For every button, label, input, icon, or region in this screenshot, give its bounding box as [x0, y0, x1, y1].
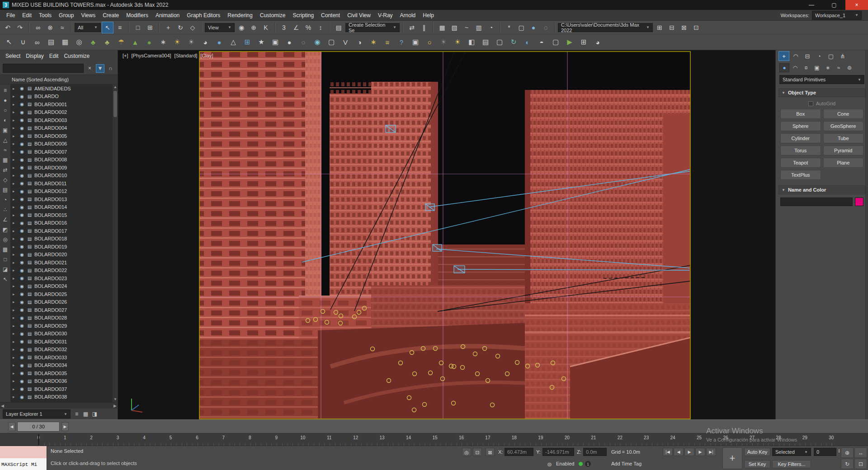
layer-row[interactable]: ▸ ◉ ▤ BOLARDO037 — [11, 385, 112, 393]
expand-icon[interactable]: ▸ — [13, 165, 17, 170]
timeline-tick[interactable]: 23 — [633, 433, 659, 440]
lock-icon[interactable]: ∩ — [106, 64, 115, 73]
display-spacewarps-icon[interactable]: ≈ — [1, 145, 10, 155]
timeline-tick[interactable]: 11 — [316, 433, 342, 440]
select-and-link-icon[interactable]: ∞ — [32, 22, 44, 33]
mirror-icon[interactable]: ⇄ — [406, 22, 418, 33]
display-materials-icon[interactable]: ◔ — [1, 195, 10, 205]
visibility-icon[interactable]: ◉ — [19, 126, 25, 131]
go-to-start-button[interactable]: |◀ — [663, 448, 673, 456]
umbrella-icon[interactable]: ☂ — [115, 36, 127, 48]
expand-icon[interactable]: ▸ — [13, 395, 17, 399]
visibility-icon[interactable]: ◉ — [19, 371, 25, 376]
visibility-icon[interactable]: ◉ — [19, 181, 25, 186]
layer-row[interactable]: ▸ ◉ ▤ BOLARDO016 — [11, 219, 112, 227]
timeline-tick[interactable]: 20 — [554, 433, 580, 440]
clear-search-icon[interactable]: × — [85, 64, 94, 73]
visibility-icon[interactable]: ◉ — [19, 165, 25, 170]
display-xrefs-icon[interactable]: ⇄ — [1, 165, 10, 175]
pan-icon[interactable]: ↔ — [854, 447, 867, 458]
expand-icon[interactable]: ▸ — [13, 134, 17, 138]
visibility-icon[interactable]: ◉ — [19, 118, 25, 122]
object-type-button[interactable]: Box — [780, 109, 821, 119]
redo-icon[interactable]: ↷ — [14, 22, 26, 33]
project-folder-dropdown[interactable]: C:\Users\valer\Documents\3ds Max 2022▼ — [558, 23, 653, 32]
layer-row[interactable]: ▸ ◉ ▤ BOLARDO036 — [11, 377, 112, 385]
visibility-icon[interactable]: ◉ — [19, 395, 25, 400]
menu-item[interactable]: Scripting — [289, 10, 317, 21]
visibility-icon[interactable]: ◉ — [19, 133, 25, 138]
visibility-icon[interactable]: ◉ — [19, 307, 25, 312]
vray-sphere-icon[interactable]: ◑ — [353, 36, 366, 48]
timeline-tick[interactable]: 8 — [237, 433, 263, 440]
cone-tree-icon[interactable]: ▲ — [129, 36, 142, 48]
z-coordinate-field[interactable]: 0.0m — [583, 448, 607, 456]
visibility-icon[interactable]: ◉ — [19, 379, 25, 384]
expand-icon[interactable]: ▸ — [13, 379, 17, 383]
select-invert-icon[interactable]: ◪ — [1, 264, 10, 274]
object-type-button[interactable]: Sphere — [780, 121, 821, 131]
explorer-dock-icon[interactable]: ◨ — [90, 410, 99, 418]
object-type-button[interactable]: Tube — [823, 133, 864, 143]
scroll-left-icon[interactable]: ◀ — [1, 404, 4, 408]
layer-row[interactable]: ▸ ◉ ▤ BOLARDO013 — [11, 195, 112, 203]
layer-row[interactable]: ▸ ◉ ▤ BOLARDO026 — [11, 298, 112, 306]
timeline-tick[interactable]: 16 — [448, 433, 474, 440]
expand-icon[interactable]: ▸ — [13, 371, 17, 376]
use-pivot-point-icon[interactable]: ◉ — [236, 22, 247, 33]
layer-row[interactable]: ▸ ◉ ▤ BOLARDO010 — [11, 172, 112, 180]
monitor-icon[interactable]: ▢ — [549, 36, 562, 48]
maximize-viewport-icon[interactable]: ⊡ — [854, 459, 867, 469]
visibility-icon[interactable]: ◉ — [19, 228, 25, 233]
curve-editor-icon[interactable]: ~ — [461, 22, 472, 33]
visibility-icon[interactable]: ◉ — [19, 149, 25, 154]
scroll-thumb[interactable] — [113, 91, 117, 117]
timeline-tick[interactable]: 13 — [369, 433, 395, 440]
expand-icon[interactable]: ▸ — [13, 244, 17, 249]
time-slider-track[interactable]: ◀ 0 / 30 ▶ — [0, 419, 868, 433]
window-crossing-icon[interactable]: ⊞ — [144, 22, 156, 33]
bind-to-space-warp-icon[interactable]: ≈ — [57, 22, 68, 33]
tab-motion[interactable]: ◔ — [814, 51, 825, 61]
search-input[interactable] — [3, 64, 84, 73]
zoom-icon[interactable]: ⊕ — [841, 447, 854, 458]
object-type-button[interactable]: Torus — [780, 146, 821, 155]
tab-hierarchy[interactable]: ⊟ — [802, 51, 813, 61]
layer-row[interactable]: ▸ ◉ ▤ BOLARDO011 — [11, 179, 112, 188]
horizontal-scrollbar[interactable]: ◀ ▶ — [0, 402, 118, 409]
book-icon[interactable]: ▤ — [479, 36, 492, 48]
expand-icon[interactable]: ▸ — [13, 347, 17, 352]
timeline-tick[interactable]: 27 — [739, 433, 765, 440]
visibility-icon[interactable]: ◉ — [19, 315, 25, 320]
layer-row[interactable]: ▸ ◉ ▤ BOLARDO023 — [11, 274, 112, 282]
percent-snap-icon[interactable]: % — [302, 22, 314, 33]
expand-icon[interactable]: ▸ — [13, 118, 17, 122]
expand-icon[interactable]: ▸ — [13, 102, 17, 107]
layer-row[interactable]: ▸ ◉ ▤ BOLARDO005 — [11, 132, 112, 140]
scroll-right-icon[interactable]: ▶ — [113, 404, 117, 408]
select-none-icon[interactable]: □ — [1, 254, 10, 264]
progressive-display-icon[interactable]: ⊚ — [547, 461, 552, 468]
expand-icon[interactable]: ▸ — [13, 363, 17, 367]
timeline-tick[interactable]: 2 — [78, 433, 104, 440]
visibility-icon[interactable]: ◉ — [19, 102, 25, 107]
object-name-field[interactable] — [780, 197, 853, 206]
scroll-up-icon[interactable]: ▲ — [113, 85, 118, 90]
expand-icon[interactable]: ▸ — [13, 284, 17, 288]
expand-icon[interactable]: ▸ — [13, 324, 17, 328]
rectangular-selection-region-icon[interactable]: □ — [132, 22, 144, 33]
expand-icon[interactable]: ▸ — [13, 157, 17, 162]
expand-icon[interactable]: ▸ — [13, 213, 17, 217]
render-setup-icon[interactable]: * — [503, 22, 515, 33]
tree-small-icon[interactable]: ♣ — [101, 36, 113, 48]
menu-item[interactable]: Edit — [19, 10, 35, 21]
layer-row[interactable]: ▸ ◉ ▤ BOLARDO002 — [11, 108, 112, 117]
next-frame-arrow[interactable]: ▶ — [61, 422, 69, 431]
viewport[interactable]: [+] [PhysCamera004] [Standard] [Clay] — [118, 50, 775, 419]
object-type-button[interactable]: Teapot — [780, 158, 821, 168]
keyboard-override-icon[interactable]: K — [260, 22, 272, 33]
visibility-icon[interactable]: ◉ — [19, 284, 25, 289]
timeline-tick[interactable]: 22 — [607, 433, 633, 440]
expand-icon[interactable]: ▸ — [13, 339, 17, 344]
expand-icon[interactable]: ▸ — [13, 268, 17, 273]
